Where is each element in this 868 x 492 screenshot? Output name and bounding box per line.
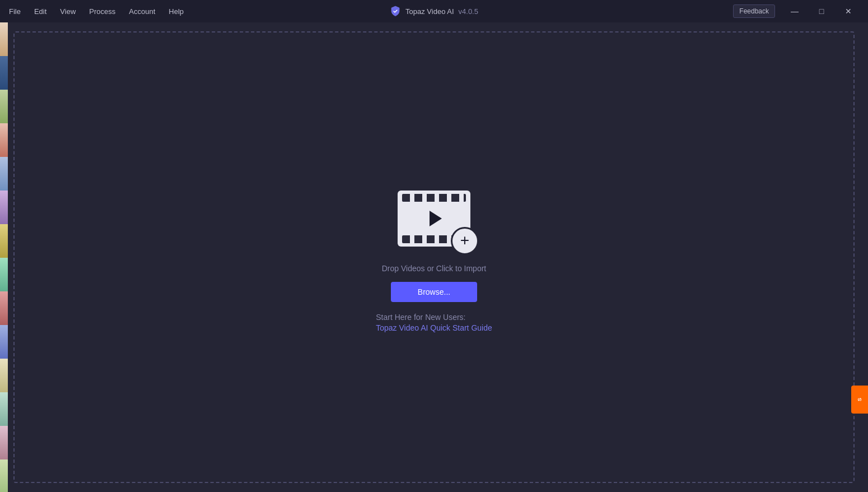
right-edge-badge[interactable]: S (851, 386, 868, 414)
titlebar: File Edit View Process Account Help Topa… (0, 0, 868, 22)
thumbnail-item (0, 426, 8, 459)
import-icon-wrapper: + (389, 182, 479, 255)
app-title-group: Topaz Video AI v4.0.5 (390, 6, 478, 17)
drop-instruction-text: Drop Videos or Click to Import (382, 264, 486, 273)
menu-file[interactable]: File (7, 5, 23, 18)
thumbnail-item (0, 359, 8, 392)
thumbnail-item (0, 123, 8, 157)
thumbnail-item (0, 325, 8, 359)
main-content: + Drop Videos or Click to Import Browse.… (0, 22, 868, 492)
menu-view[interactable]: View (58, 5, 78, 18)
quick-start-link[interactable]: Topaz Video AI Quick Start Guide (376, 323, 492, 332)
menu-help[interactable]: Help (166, 5, 186, 18)
right-badge-text: S (857, 397, 862, 401)
maximize-button[interactable]: □ (809, 2, 834, 20)
thumbnail-item (0, 157, 8, 191)
feedback-button[interactable]: Feedback (733, 4, 775, 18)
add-video-circle-icon: + (451, 227, 479, 255)
window-controls: — □ ✕ (782, 2, 861, 20)
menu-edit[interactable]: Edit (32, 5, 49, 18)
thumbnail-item (0, 90, 8, 123)
thumbnail-item (0, 22, 8, 56)
thumbnail-item (0, 56, 8, 90)
browse-button[interactable]: Browse... (391, 282, 477, 302)
thumbnail-item (0, 459, 8, 492)
minimize-button[interactable]: — (782, 2, 808, 20)
play-triangle-icon (430, 211, 442, 226)
thumbnail-item (0, 291, 8, 325)
menu-account[interactable]: Account (127, 5, 157, 18)
thumbnail-item (0, 392, 8, 426)
thumbnail-item (0, 224, 8, 258)
topaz-shield-icon (390, 6, 401, 17)
plus-icon: + (460, 233, 469, 248)
menubar: File Edit View Process Account Help (7, 5, 733, 18)
start-here-label: Start Here for New Users: (376, 313, 465, 322)
thumbnail-item (0, 191, 8, 224)
thumbnail-item (0, 258, 8, 291)
menu-process[interactable]: Process (87, 5, 118, 18)
app-name-label: Topaz Video AI (405, 7, 454, 16)
titlebar-right: Feedback — □ ✕ (733, 2, 861, 20)
app-version-label: v4.0.5 (459, 7, 478, 16)
start-here-section: Start Here for New Users: Topaz Video AI… (376, 311, 492, 332)
left-thumbnail-strip (0, 22, 8, 492)
drop-zone[interactable]: + Drop Videos or Click to Import Browse.… (13, 31, 855, 483)
close-button[interactable]: ✕ (836, 2, 861, 20)
